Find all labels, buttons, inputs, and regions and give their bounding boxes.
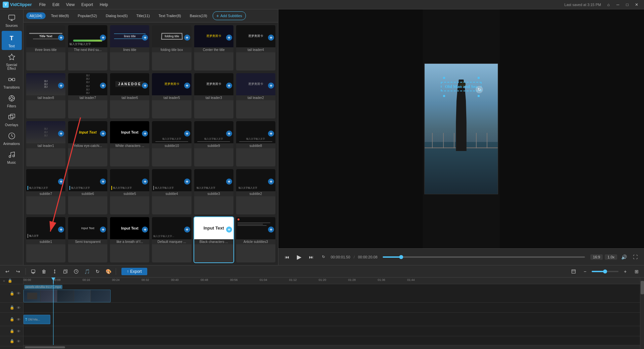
add-tail8-btn[interactable]: + <box>58 83 64 89</box>
skip-fwd-btn[interactable]: ⏭ <box>307 252 316 262</box>
text-track-eye[interactable]: 👁 <box>16 317 21 322</box>
rotate-tl-btn[interactable]: ↻ <box>93 267 102 276</box>
tl-lock-all[interactable]: 🔒 <box>7 278 13 284</box>
template-breath-of-f[interactable]: Input Text + like a breath of f... <box>110 217 149 262</box>
add-sub1-btn[interactable]: + <box>58 227 64 233</box>
add-media-btn[interactable] <box>29 267 38 276</box>
audio-btn[interactable]: 🎵 <box>82 267 92 276</box>
tab-text-title[interactable]: Text title(8) <box>48 12 72 19</box>
loop-btn[interactable]: ↻ <box>319 252 328 262</box>
add-sub10-btn[interactable]: + <box>184 131 190 137</box>
tab-title[interactable]: Title(11) <box>133 12 153 19</box>
scrollbar-thumb[interactable] <box>25 346 65 348</box>
template-three-lines-title[interactable]: Title Text + three lines title <box>26 25 65 70</box>
aspect-ratio-btn[interactable]: 16:9 <box>590 254 603 260</box>
tab-dialog-box[interactable]: Dialog box(6) <box>102 12 131 19</box>
volume-btn[interactable]: 🔊 <box>619 252 629 262</box>
sidebar-item-sources[interactable]: Sources <box>2 12 22 30</box>
redo-btn[interactable]: ↪ <box>13 267 23 276</box>
tab-popular[interactable]: Popular(52) <box>74 12 100 19</box>
speed-btn[interactable]: 1.0x <box>605 254 617 260</box>
add-tail3-btn[interactable]: + <box>226 83 232 89</box>
delete-btn[interactable]: 🗑 <box>39 267 49 276</box>
template-yellow-input[interactable]: Input Text + Yellow eye-catchi... <box>68 121 107 166</box>
template-subtitle9[interactable]: 输入文字输入文字 + subtitle9 <box>194 121 233 166</box>
tl-add-track[interactable]: + <box>1 278 7 284</box>
export-btn[interactable]: ↑ Export <box>121 268 147 275</box>
text-track-lock[interactable]: 🔒 <box>9 317 15 322</box>
sidebar-item-filters[interactable]: Filters <box>2 93 22 110</box>
template-subtitle10[interactable]: 输入文字输入文字 + subtitle10 <box>152 121 191 166</box>
add-sub2-btn[interactable]: + <box>268 179 274 185</box>
tab-all[interactable]: All(104) <box>26 12 46 19</box>
track5-lock[interactable]: 🔒 <box>9 339 15 344</box>
template-lines-title[interactable]: lines title + lines title <box>110 25 149 70</box>
undo-btn[interactable]: ↩ <box>3 267 12 276</box>
skip-back-btn[interactable]: ⏮ <box>282 252 292 262</box>
template-semi-transparent[interactable]: Input Text + Semi transparent <box>68 217 107 262</box>
video-clip[interactable] <box>23 290 111 302</box>
add-folding-btn[interactable]: + <box>184 35 190 41</box>
add-sub7-btn[interactable]: + <box>58 179 64 185</box>
play-btn[interactable]: ▶ <box>294 252 304 262</box>
menu-file[interactable]: File <box>36 1 49 8</box>
video-track-lock[interactable]: 🔒 <box>9 291 15 296</box>
add-three-lines-btn[interactable]: + <box>58 35 64 41</box>
add-subtitles-btn[interactable]: + Add Subtitles <box>213 11 246 20</box>
template-subtitle1[interactable]: 输入文字 + subtitle1 <box>26 217 65 262</box>
add-sub8-btn[interactable]: + <box>268 131 274 137</box>
fullscreen-btn[interactable]: ⛶ <box>631 252 640 262</box>
sidebar-item-music[interactable]: Music <box>2 149 22 166</box>
template-folding-title[interactable]: folding title + folding title box <box>152 25 191 70</box>
menu-export[interactable]: Export <box>78 1 97 8</box>
track4-lock[interactable]: 🔒 <box>9 329 15 334</box>
add-article-btn[interactable]: + <box>268 227 274 233</box>
text-clip[interactable]: T Old Ma... <box>23 315 50 324</box>
video-track-eye[interactable]: 👁 <box>16 291 21 296</box>
add-black-input-btn[interactable]: + <box>226 227 232 233</box>
track2-lock[interactable]: 🔒 <box>9 305 15 310</box>
scrubber[interactable] <box>383 256 585 258</box>
add-tail2-btn[interactable]: + <box>268 83 274 89</box>
template-black-input-white[interactable]: Input Text + Black characters ... <box>194 217 233 262</box>
template-tail-leader2[interactable]: 逐梦奥斯卡 + tail leader2 <box>236 73 275 118</box>
win-minimize[interactable]: ─ <box>613 0 623 9</box>
zoom-out-btn[interactable]: − <box>580 267 590 276</box>
win-home[interactable]: ⌂ <box>604 0 613 9</box>
tab-basics[interactable]: Basics(19) <box>186 12 211 19</box>
track4-eye[interactable]: 👁 <box>16 329 21 334</box>
timeline-vscrollbar[interactable] <box>640 278 644 349</box>
menu-view[interactable]: View <box>63 1 78 8</box>
zoom-in-btn[interactable]: + <box>621 267 630 276</box>
color-btn[interactable]: 🎨 <box>104 267 113 276</box>
template-next-third[interactable]: 输入文字输入文字 + The next third su... <box>68 25 107 70</box>
tab-text-trailer[interactable]: Text Trailer(8) <box>155 12 184 19</box>
template-tail-leader1[interactable]: 龙2龙2龙2 + tail leader1 <box>26 121 65 166</box>
win-maximize[interactable]: □ <box>623 0 632 9</box>
split-btn[interactable] <box>50 267 59 276</box>
zoom-fit-btn[interactable] <box>569 267 578 276</box>
template-subtitle2[interactable]: 输入文字输入文字 + subtitle2 <box>236 169 275 214</box>
template-center-title[interactable]: 逐梦奥斯卡 + Center the title <box>194 25 233 70</box>
sidebar-item-text[interactable]: T Text <box>2 31 22 50</box>
template-article-sub3[interactable]: + Article subtitles3 <box>236 217 275 262</box>
add-marquee-btn[interactable]: + <box>184 227 190 233</box>
template-default-marquee[interactable]: 输入文字输入文字... + Default marquee ... <box>152 217 191 262</box>
template-tail-leader3[interactable]: 逐梦奥斯卡 + tail leader3 <box>194 73 233 118</box>
timeline-scrollbar[interactable] <box>23 345 640 349</box>
sidebar-item-special-effect[interactable]: Special Effect <box>2 51 22 72</box>
crop-btn[interactable] <box>61 267 70 276</box>
zoom-slider[interactable] <box>592 271 619 272</box>
add-tail4-btn[interactable]: + <box>268 35 274 41</box>
track2-eye[interactable]: 👁 <box>16 305 21 310</box>
template-subtitle3[interactable]: 输入文字输入文字 + subtitle3 <box>194 169 233 214</box>
add-sub9-btn[interactable]: + <box>226 131 232 137</box>
add-tail5-btn[interactable]: + <box>184 83 190 89</box>
template-subtitle8[interactable]: 输入文字输入文字 + subtitle8 <box>236 121 275 166</box>
vscrollbar-thumb[interactable] <box>641 281 644 294</box>
template-tail-leader6[interactable]: JANEDOE + tail leader6 <box>110 73 149 118</box>
add-sub3-btn[interactable]: + <box>226 179 232 185</box>
menu-edit[interactable]: Edit <box>49 1 63 8</box>
win-close[interactable]: ✕ <box>632 0 641 9</box>
template-tail-leader8[interactable]: 龙2龙2龙2 + tail leader8 <box>26 73 65 118</box>
